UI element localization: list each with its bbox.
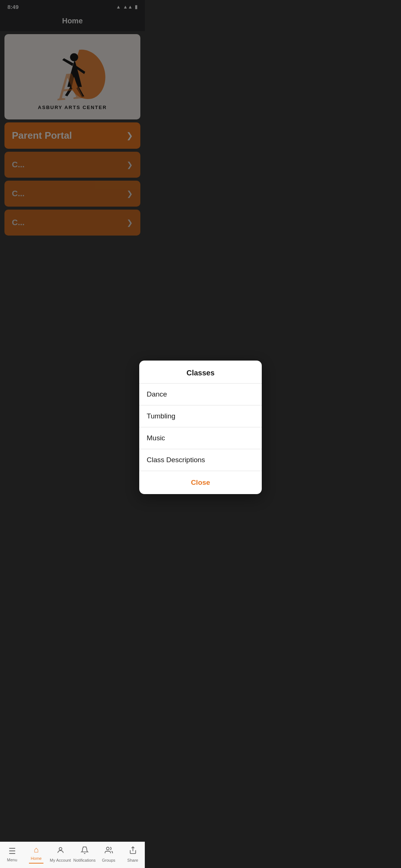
modal-backdrop[interactable] (0, 0, 145, 313)
